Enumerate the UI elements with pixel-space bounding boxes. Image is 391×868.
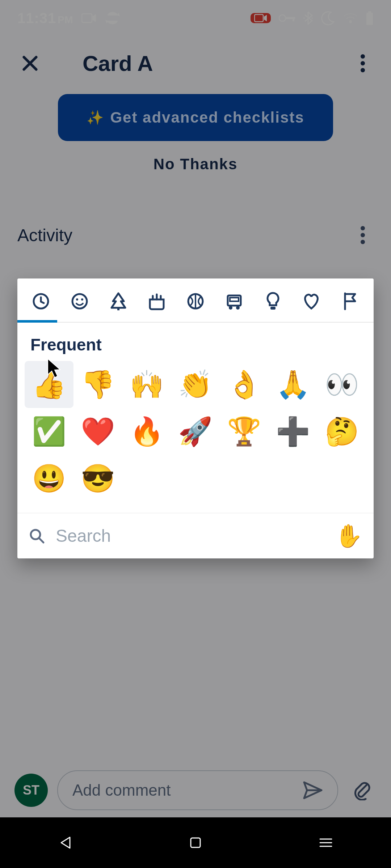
svg-point-18 — [76, 298, 78, 301]
emoji-fire[interactable]: 🔥 — [122, 408, 171, 455]
emoji-trophy[interactable]: 🏆 — [220, 408, 269, 455]
tab-activities[interactable] — [183, 289, 208, 314]
user-avatar[interactable]: ST — [14, 774, 48, 807]
svg-rect-26 — [270, 307, 276, 310]
svg-point-5 — [303, 17, 305, 19]
app-bar: Card A — [0, 40, 391, 87]
emoji-pray[interactable]: 🙏 — [269, 361, 318, 408]
video-icon — [81, 13, 97, 24]
svg-point-15 — [361, 240, 365, 244]
clock-icon — [32, 292, 50, 310]
screen-record-icon — [251, 13, 271, 23]
close-button[interactable] — [17, 51, 43, 76]
svg-point-17 — [72, 294, 87, 309]
emoji-check[interactable]: ✅ — [25, 408, 73, 455]
emoji-heart[interactable]: ❤️ — [73, 408, 122, 455]
activity-more-button[interactable] — [352, 224, 374, 246]
emoji-rocket[interactable]: 🚀 — [171, 408, 220, 455]
svg-point-19 — [81, 298, 83, 301]
promo-label: Get advanced checklists — [110, 109, 304, 126]
emoji-raised-hands[interactable]: 🙌 — [122, 361, 171, 408]
svg-rect-9 — [366, 13, 373, 25]
system-nav-bar — [0, 817, 391, 868]
more-vertical-icon — [361, 226, 365, 244]
svg-point-24 — [229, 306, 232, 310]
emoji-sunglasses[interactable]: 😎 — [73, 455, 122, 502]
activity-label: Activity — [17, 225, 72, 245]
status-right — [251, 11, 374, 25]
svg-point-13 — [361, 226, 365, 230]
tab-nature[interactable] — [106, 289, 131, 314]
clock-text: 11:31 — [17, 10, 56, 26]
send-button[interactable] — [303, 781, 323, 800]
tab-recent[interactable] — [28, 289, 54, 314]
more-options-button[interactable] — [352, 52, 374, 74]
svg-point-12 — [361, 68, 365, 72]
status-left: 11:31PM — [17, 10, 120, 26]
clock-ampm: PM — [58, 14, 73, 25]
emoji-clap[interactable]: 👏 — [171, 361, 220, 408]
comment-input[interactable]: Add comment — [57, 770, 338, 810]
sparkle-icon: ✨ — [87, 110, 104, 125]
premium-checklists-button[interactable]: ✨ Get advanced checklists — [58, 94, 333, 141]
status-bar: 11:31PM — [0, 0, 391, 36]
no-thanks-button[interactable]: No Thanks — [0, 156, 391, 173]
svg-point-10 — [361, 54, 365, 59]
paperclip-icon — [353, 780, 371, 800]
tab-objects[interactable] — [260, 289, 286, 314]
svg-point-7 — [349, 20, 352, 23]
smiley-icon — [71, 292, 89, 310]
triangle-back-icon — [59, 836, 71, 850]
svg-rect-29 — [191, 838, 200, 847]
search-icon — [28, 527, 46, 545]
emoji-category-tabs — [17, 278, 374, 323]
svg-point-11 — [361, 61, 365, 65]
emoji-plus[interactable]: ➕ — [269, 408, 318, 455]
emoji-thinking[interactable]: 🤔 — [318, 408, 366, 455]
tree-icon — [109, 292, 127, 311]
emoji-eyes[interactable]: 👀 — [318, 361, 366, 408]
battery-icon — [366, 11, 374, 25]
nav-back-button[interactable] — [47, 832, 83, 854]
nav-home-button[interactable] — [177, 832, 214, 854]
card-title: Card A — [83, 51, 153, 76]
vpn-key-icon — [279, 14, 295, 22]
nav-recents-button[interactable] — [308, 832, 344, 854]
emoji-grin[interactable]: 😃 — [25, 455, 73, 502]
close-icon — [21, 54, 39, 72]
svg-point-2 — [279, 15, 286, 21]
emoji-thumbs-down[interactable]: 👎 — [73, 361, 122, 408]
emoji-grid: 👍 👎 🙌 👏 👌 🙏 👀 ✅ ❤️ 🔥 🚀 🏆 ➕ 🤔 😃 😎 — [17, 361, 374, 513]
svg-point-14 — [361, 233, 365, 237]
comment-placeholder: Add comment — [72, 781, 171, 799]
comment-bar: ST Add comment — [0, 763, 391, 817]
menu-recents-icon — [319, 838, 332, 848]
tab-food[interactable] — [144, 289, 169, 314]
bluetooth-icon — [303, 11, 313, 25]
attach-button[interactable] — [348, 776, 377, 805]
emoji-search-input[interactable] — [56, 526, 325, 546]
more-vertical-icon — [361, 54, 365, 72]
svg-rect-4 — [293, 17, 294, 21]
square-home-icon — [189, 837, 202, 849]
status-time: 11:31PM — [17, 10, 73, 26]
car-icon — [225, 292, 244, 311]
emoji-search-row: ✋ — [17, 513, 374, 558]
sync-icon — [105, 12, 120, 24]
tab-symbols[interactable] — [299, 289, 324, 314]
svg-rect-8 — [368, 11, 371, 13]
heart-icon — [302, 293, 321, 310]
svg-rect-23 — [230, 298, 239, 301]
tab-smileys[interactable] — [67, 289, 92, 314]
emoji-ok-hand[interactable]: 👌 — [220, 361, 269, 408]
skin-tone-button[interactable]: ✋ — [335, 523, 363, 549]
send-icon — [303, 781, 323, 800]
bulb-icon — [265, 292, 281, 311]
flag-icon — [342, 292, 358, 311]
svg-rect-20 — [117, 308, 119, 310]
wifi-icon — [343, 13, 358, 24]
tab-travel[interactable] — [222, 289, 247, 314]
tab-flags[interactable] — [337, 289, 363, 314]
active-tab-indicator — [17, 320, 57, 323]
ball-icon — [186, 292, 205, 310]
